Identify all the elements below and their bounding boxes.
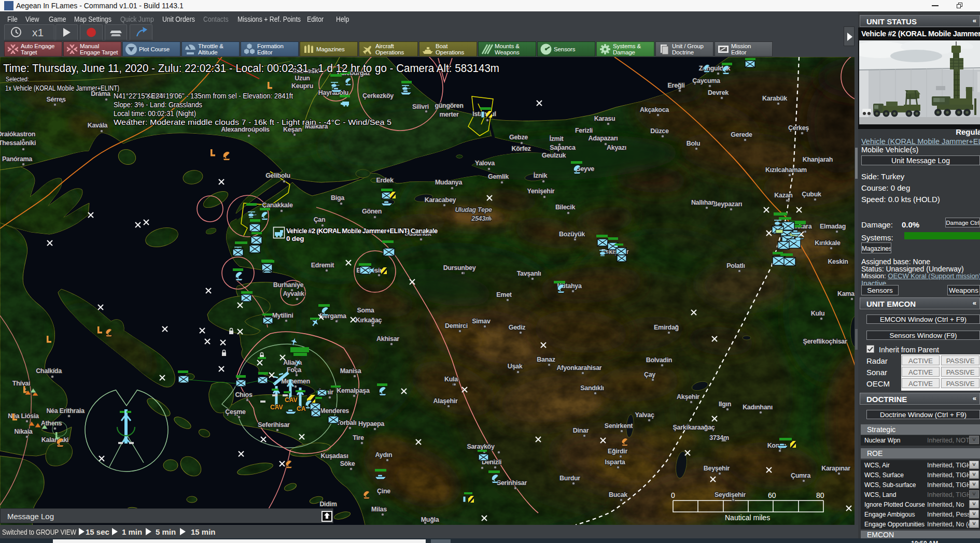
svg-text:Dursunbey: Dursunbey [443,264,476,272]
svg-text:Beyşehir: Beyşehir [704,465,730,472]
svg-text:Soma: Soma [357,307,375,314]
svg-text:Nallıhan: Nallıhan [691,199,715,206]
svg-text:Bucak: Bucak [609,491,627,498]
svg-text:Time: Thursday, June 11, 2020: Time: Thursday, June 11, 2020 - Zulu: 22… [3,62,499,75]
svg-text:Dinar: Dinar [573,427,589,434]
svg-text:Silivri: Silivri [412,103,429,110]
svg-text:Chalkída: Chalkída [36,367,62,375]
svg-text:Bilecik: Bilecik [555,204,576,211]
svg-text:Burdur: Burdur [559,475,580,482]
svg-text:Oraiókastron: Oraiókastron [0,131,35,138]
svg-text:Polatlı: Polatlı [726,262,745,269]
svg-text:Yenişehir: Yenişehir [527,188,555,195]
svg-text:Adapazarı: Adapazarı [588,135,618,142]
svg-text:Biga: Biga [331,194,345,202]
svg-text:Kula: Kula [444,376,458,383]
svg-text:Ilgın: Ilgın [719,401,731,408]
svg-text:Seydişehir: Seydişehir [715,491,746,498]
svg-text:Alexandroúpolis: Alexandroúpolis [221,126,270,133]
svg-text:Çeşme: Çeşme [225,408,246,416]
svg-text:Bozüyük: Bozüyük [559,231,585,238]
svg-text:Ayvalık: Ayvalık [283,290,304,297]
svg-text:Körfez: Körfez [511,145,530,152]
svg-text:Emirdağ: Emirdağ [654,324,679,331]
svg-text:Şarkikaraağaç: Şarkikaraağaç [673,424,715,431]
svg-text:Yalvaç: Yalvaç [635,411,654,419]
svg-text:Eğirdir: Eğirdir [608,448,628,455]
svg-text:Mytilini: Mytilini [272,312,293,319]
svg-text:Çerkeş: Çerkeş [788,124,809,132]
svg-text:Karasu: Karasu [594,115,615,122]
svg-text:Milas: Milas [371,506,387,513]
svg-text:Didim: Didim [319,501,337,508]
svg-text:Tavşanlı: Tavşanlı [517,270,541,277]
svg-text:Çay: Çay [644,371,655,378]
svg-text:Çanakkale: Çanakkale [262,202,292,209]
svg-text:Çan: Çan [314,216,326,223]
svg-text:Menemen: Menemen [281,378,310,385]
svg-text:Kavála: Kavála [88,122,108,129]
svg-text:Néa Erithraia: Néa Erithraia [46,407,85,415]
svg-text:İznik: İznik [534,172,548,179]
svg-text:N41°22'15", E24°19'06" - 135nm: N41°22'15", E24°19'06" - 135nm from sel … [114,92,293,100]
svg-text:Çine: Çine [377,488,390,495]
svg-text:Serinhisar: Serinhisar [497,479,527,487]
svg-text:Simav: Simav [472,318,491,325]
svg-text:İzmit: İzmit [550,135,564,142]
svg-text:Edremit: Edremit [311,262,335,269]
svg-text:Vehicle #2 (KORAL Mobile Jamme: Vehicle #2 (KORAL Mobile Jammer+ELINT) C… [286,227,438,235]
svg-text:CAV: CAV [270,404,283,411]
svg-text:merter: merter [439,111,459,118]
svg-text:Gebze: Gebze [509,134,528,141]
svg-text:1x Vehicle (KORAL Mobile Jamme: 1x Vehicle (KORAL Mobile Jammer+ELINT) [5,84,119,92]
svg-text:Hypaepa: Hypaepa [358,420,385,427]
svg-text:Ferizli: Ferizli [575,127,593,134]
svg-text:Weather: Moderate middle cloud: Weather: Moderate middle clouds 7 - 16k … [114,118,391,126]
svg-text:Kızılcahamam: Kızılcahamam [765,166,807,174]
svg-text:Bolu: Bolu [687,140,701,147]
svg-text:Burhaniye: Burhaniye [273,281,304,289]
svg-text:60: 60 [768,491,776,499]
svg-text:Uludag Tepe: Uludag Tepe [455,206,492,213]
svg-text:Bolvadin: Bolvadin [646,356,672,364]
svg-text:Gediz: Gediz [509,324,526,331]
svg-text:Alaşehir: Alaşehir [433,397,458,405]
svg-text:Selected:: Selected: [6,75,29,83]
svg-text:Banaz: Banaz [537,356,555,363]
svg-text:Slope: 3% - Land: Grasslands: Slope: 3% - Land: Grasslands [114,101,202,109]
svg-text:Aydın: Aydın [375,451,393,459]
svg-text:Çaycuma: Çaycuma [692,77,721,84]
svg-text:Çubuk: Çubuk [802,191,821,198]
svg-text:Kadınhanı: Kadınhanı [743,404,773,411]
svg-text:Demirci: Demirci [445,322,468,330]
svg-text:Kulu: Kulu [811,310,825,317]
svg-text:Gelibolu: Gelibolu [265,172,290,179]
svg-text:Nautical miles: Nautical miles [725,513,770,522]
svg-text:Muğla: Muğla [421,516,440,523]
svg-text:Mudanya: Mudanya [435,179,463,186]
svg-text:Karabük: Karabük [762,95,787,102]
svg-text:Yalova: Yalova [475,160,495,167]
svg-text:Thessaloníki: Thessaloníki [0,139,36,147]
svg-text:Emet: Emet [496,291,512,298]
svg-text:Akçakoca: Akçakoca [640,106,669,113]
svg-text:Afyonkarahisar: Afyonkarahisar [557,364,602,371]
svg-text:Elmadag: Elmadag [820,223,846,230]
svg-text:Chios: Chios [235,391,253,398]
svg-text:Sandıklı: Sandıklı [580,384,604,392]
svg-text:Şereflikoçhisar: Şereflikoçhisar [803,338,847,345]
svg-text:Kırkağaç: Kırkağaç [356,317,382,324]
svg-text:Local time: 00:02:31 (Night): Local time: 00:02:31 (Night) [114,109,196,118]
svg-text:Erdek: Erdek [376,177,394,184]
svg-text:Akşehir: Akşehir [677,393,699,401]
svg-text:3734m: 3734m [709,434,729,441]
svg-text:Khanjarah: Khanjarah [803,156,833,163]
svg-text:Ereğli: Ereğli [668,82,685,89]
svg-text:Kazan: Kazan [774,192,792,199]
svg-text:Keskin: Keskin [828,258,848,265]
svg-text:Níkaia: Níkaia [14,428,33,435]
svg-text:Keupru: Keupru [291,82,313,90]
svg-text:Söke: Söke [340,460,355,467]
svg-text:Çumra: Çumra [791,472,811,479]
svg-text:Düzce: Düzce [650,127,669,135]
